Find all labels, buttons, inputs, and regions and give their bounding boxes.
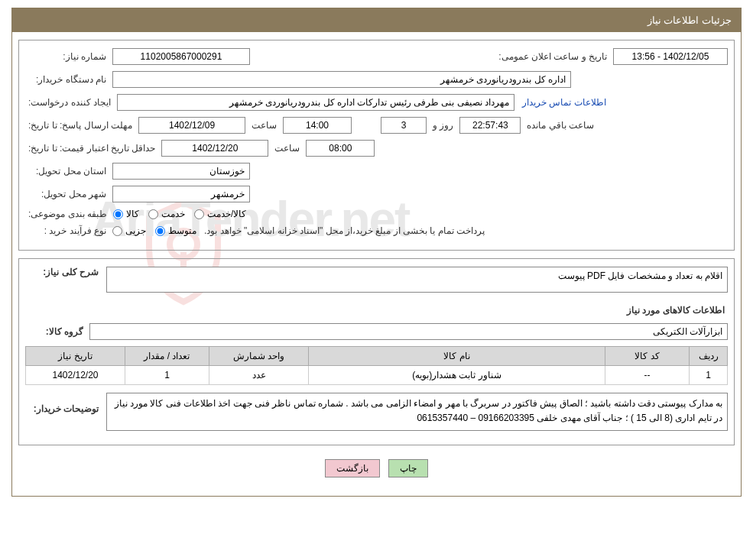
min-validity-date: 1402/12/20	[161, 140, 268, 157]
info-section: شماره نیاز: 1102005867000291 تاریخ و ساع…	[18, 40, 735, 251]
table-header-row: ردیف کد کالا نام کالا واحد شمارش تعداد /…	[26, 347, 728, 366]
button-row: چاپ بازگشت	[18, 453, 735, 488]
deadline-time-label: ساعت	[248, 120, 280, 131]
deadline-date: 1402/12/09	[138, 117, 245, 134]
need-desc-label: شرح کلی نیاز:	[25, 267, 102, 277]
purchase-type-label: نوع فرآیند خرید :	[25, 225, 109, 236]
min-validity-time-label: ساعت	[271, 143, 303, 154]
td-row: 1	[690, 366, 728, 385]
buyer-contact-link[interactable]: اطلاعات تماس خریدار	[518, 97, 611, 108]
city-label: شهر محل تحویل:	[25, 189, 109, 199]
print-button[interactable]: چاپ	[388, 459, 428, 477]
items-title: اطلاعات کالاهای مورد نیاز	[25, 299, 728, 319]
items-table: ردیف کد کالا نام کالا واحد شمارش تعداد /…	[25, 346, 728, 385]
td-code: --	[605, 366, 690, 385]
radio-kala[interactable]: کالا	[113, 209, 139, 219]
group-value: ابزارآلات الکتریکی	[89, 323, 728, 340]
countdown: 22:57:43	[459, 117, 521, 134]
requester-value: مهرداد نصیفی بنی طرفی رئیس تدارکات اداره…	[117, 94, 514, 111]
min-validity-time: 08:00	[306, 140, 375, 157]
purchase-note: پرداخت تمام یا بخشی از مبلغ خرید،از محل …	[200, 225, 489, 236]
purchase-type-radio-group: جزیی متوسط	[112, 225, 196, 236]
page-title: جزئیات اطلاعات نیاز	[12, 8, 741, 32]
td-qty: 1	[125, 366, 209, 385]
th-unit: واحد شمارش	[209, 347, 309, 366]
table-row: 1 -- شناور ثابت هشدار(بویه) عدد 1 1402/1…	[26, 366, 728, 385]
city-value: خرمشهر	[112, 186, 250, 202]
th-date: تاریخ نیاز	[26, 347, 125, 366]
buyer-notes-text: به مدارک پیوستی دقت داشته باشید ؛ الصاق …	[106, 393, 728, 431]
th-qty: تعداد / مقدار	[125, 347, 209, 366]
buyer-org-label: نام دستگاه خریدار:	[25, 74, 109, 85]
need-no-label: شماره نیاز:	[25, 51, 109, 62]
province-label: استان محل تحویل:	[25, 166, 109, 176]
announce-value: 1402/12/05 - 13:56	[613, 48, 728, 65]
deadline-label: مهلت ارسال پاسخ: تا تاریخ:	[25, 120, 135, 131]
announce-label: تاریخ و ساعت اعلان عمومی:	[495, 51, 610, 62]
days-remaining: 3	[381, 117, 427, 134]
buyer-notes-label: توضیحات خریدار:	[25, 393, 102, 414]
th-code: کد کالا	[605, 347, 690, 366]
need-no-value: 1102005867000291	[112, 48, 250, 65]
radio-kalakhedmat[interactable]: کالا/خدمت	[194, 209, 246, 219]
th-name: نام کالا	[309, 347, 605, 366]
td-unit: عدد	[209, 366, 309, 385]
requester-label: ایجاد کننده درخواست:	[25, 97, 114, 108]
min-validity-label: حداقل تاریخ اعتبار قیمت: تا تاریخ:	[25, 143, 158, 154]
th-row: ردیف	[690, 347, 728, 366]
buyer-org-value: اداره کل بندرودریانوردی خرمشهر	[112, 71, 571, 88]
need-section: شرح کلی نیاز: اقلام به تعداد و مشخصات فا…	[18, 258, 735, 445]
province-value: خوزستان	[112, 163, 250, 180]
category-radio-group: کالا خدمت کالا/خدمت	[113, 209, 246, 219]
td-date: 1402/12/20	[26, 366, 125, 385]
group-label: گروه کالا:	[25, 326, 86, 337]
days-and-label: روز و	[430, 120, 456, 131]
deadline-time: 14:00	[283, 117, 352, 134]
main-container: جزئیات اطلاعات نیاز شماره نیاز: 11020058…	[11, 8, 742, 497]
td-name: شناور ثابت هشدار(بویه)	[309, 366, 605, 385]
radio-jozi[interactable]: جزیی	[112, 225, 146, 236]
category-label: طبقه بندی موضوعی:	[25, 209, 110, 219]
remaining-label: ساعت باقي مانده	[524, 120, 597, 131]
need-desc-text: اقلام به تعداد و مشخصات فایل PDF پیوست	[106, 267, 728, 293]
back-button[interactable]: بازگشت	[325, 459, 380, 477]
radio-khedmat[interactable]: خدمت	[148, 209, 185, 219]
radio-motavaset[interactable]: متوسط	[155, 225, 196, 236]
